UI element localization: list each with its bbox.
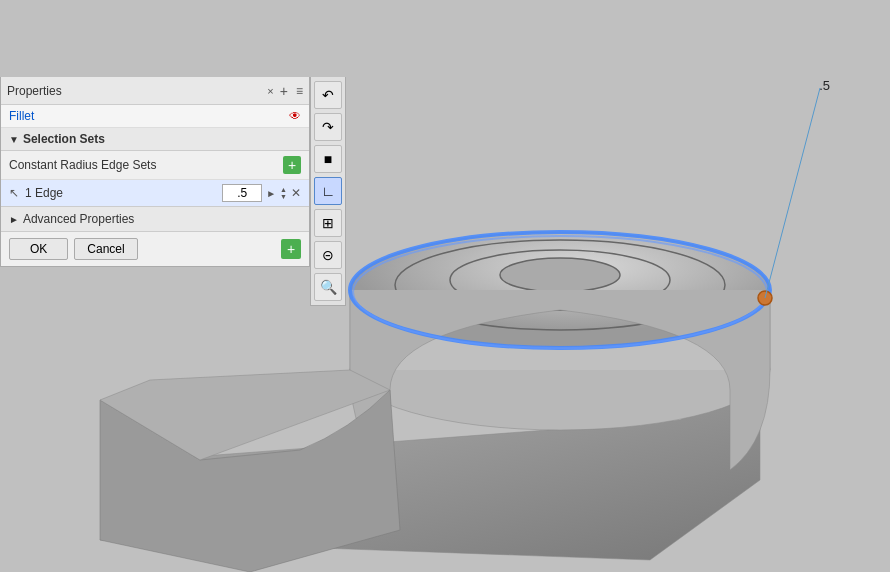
cancel-button[interactable]: Cancel (74, 238, 137, 260)
fillet-row: Fillet 👁 (1, 105, 309, 128)
ok-button[interactable]: OK (9, 238, 68, 260)
edge-selector-icon: ↖ (9, 186, 19, 200)
edge-label: 1 Edge (25, 186, 218, 200)
svg-point-5 (500, 258, 620, 292)
edge-spinner[interactable]: ▲ ▼ (280, 186, 287, 200)
panel-add-button[interactable]: + (280, 83, 288, 99)
redo-button[interactable]: ↷ (314, 113, 342, 141)
panel-close-button[interactable]: × (267, 85, 273, 97)
select-button[interactable]: ■ (314, 145, 342, 173)
panel-title: Properties (7, 84, 265, 98)
edge-value-input[interactable] (222, 184, 262, 202)
constant-radius-row: Constant Radius Edge Sets + (1, 151, 309, 180)
dimension-label: .5 (819, 78, 830, 93)
edge-arrow-icon[interactable]: ► (266, 188, 276, 199)
panel-header: Properties × + ≡ (1, 77, 309, 105)
edge-select-button[interactable]: ∟ (314, 177, 342, 205)
add-set-button[interactable]: + (283, 156, 301, 174)
panel-bottom-plus-button[interactable]: + (281, 239, 301, 259)
fillet-link[interactable]: Fillet (9, 109, 34, 123)
panel-menu-button[interactable]: ≡ (296, 84, 303, 98)
view-toggle-button[interactable]: ⊞ (314, 209, 342, 237)
selection-sets-header[interactable]: ▼ Selection Sets (1, 128, 309, 151)
visibility-icon[interactable]: 👁 (289, 109, 301, 123)
adv-arrow-icon: ► (9, 214, 19, 225)
undo-button[interactable]: ↶ (314, 81, 342, 109)
right-toolbar: ↶ ↷ ■ ∟ ⊞ ⊝ 🔍 (310, 77, 346, 306)
edge-row: ↖ 1 Edge ► ▲ ▼ ✕ (1, 180, 309, 207)
advanced-label: Advanced Properties (23, 212, 134, 226)
properties-panel: Properties × + ≡ Fillet 👁 ▼ Selection Se… (0, 77, 310, 267)
ok-cancel-row: OK Cancel + (1, 232, 309, 266)
selection-sets-label: Selection Sets (23, 132, 105, 146)
filter-button[interactable]: ⊝ (314, 241, 342, 269)
section-arrow-icon: ▼ (9, 134, 19, 145)
advanced-properties-section[interactable]: ► Advanced Properties (1, 207, 309, 232)
edge-clear-button[interactable]: ✕ (291, 186, 301, 200)
constant-radius-label: Constant Radius Edge Sets (9, 158, 156, 172)
search-button[interactable]: 🔍 (314, 273, 342, 301)
